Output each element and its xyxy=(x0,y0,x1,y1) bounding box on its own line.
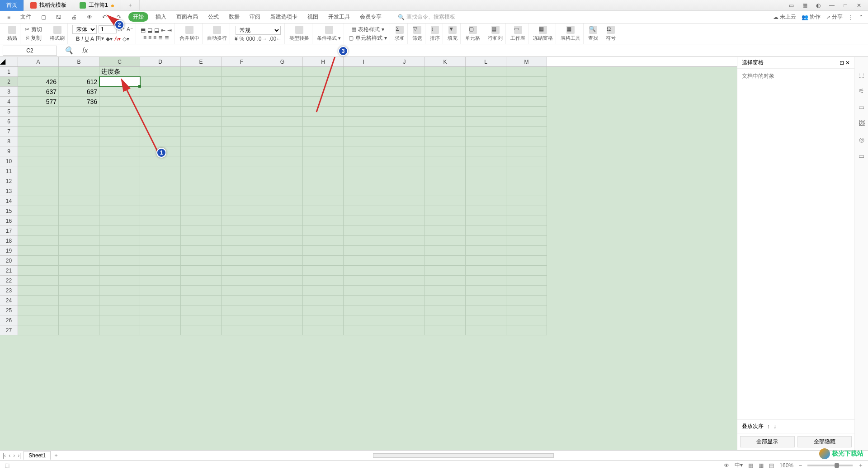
col-header-K[interactable]: K xyxy=(425,57,466,66)
row-header-6[interactable]: 6 xyxy=(0,117,18,127)
cell-J25[interactable] xyxy=(384,306,425,315)
cell-F25[interactable] xyxy=(222,306,262,315)
cell-L2[interactable] xyxy=(466,77,506,87)
cell-F21[interactable] xyxy=(222,266,262,276)
menu-insert[interactable]: 插入 xyxy=(153,13,169,21)
cell-H15[interactable] xyxy=(303,206,344,216)
cell-K9[interactable] xyxy=(425,146,466,156)
col-header-G[interactable]: G xyxy=(262,57,303,66)
cell-F9[interactable] xyxy=(222,146,262,156)
hide-all-button[interactable]: 全部隐藏 xyxy=(797,436,852,447)
cell-E24[interactable] xyxy=(181,296,222,306)
status-lang-icon[interactable]: 中▾ xyxy=(735,461,743,469)
cell-B25[interactable] xyxy=(59,306,99,315)
cell-M2[interactable] xyxy=(506,77,547,87)
table-style-icon[interactable]: ▦ xyxy=(351,26,356,33)
cell-F23[interactable] xyxy=(222,286,262,296)
cell-F20[interactable] xyxy=(222,256,262,266)
cell-F15[interactable] xyxy=(222,206,262,216)
qat-open-icon[interactable]: ▢ xyxy=(38,14,49,20)
cell-I25[interactable] xyxy=(344,306,384,315)
row-header-23[interactable]: 23 xyxy=(0,286,18,296)
cell-G7[interactable] xyxy=(262,127,303,136)
cell-G17[interactable] xyxy=(262,226,303,236)
cell-F17[interactable] xyxy=(222,226,262,236)
cell-L22[interactable] xyxy=(466,276,506,286)
row-header-17[interactable]: 17 xyxy=(0,226,18,236)
italic-button[interactable]: I xyxy=(81,36,83,42)
cell-J24[interactable] xyxy=(384,296,425,306)
sheet-nav-next[interactable]: › xyxy=(13,452,15,459)
hamburger-icon[interactable]: ≡ xyxy=(5,14,13,20)
col-header-J[interactable]: J xyxy=(384,57,425,66)
percent-icon[interactable]: % xyxy=(240,36,245,42)
qat-undo-icon[interactable]: ↶ xyxy=(99,14,109,20)
cell-H17[interactable] xyxy=(303,226,344,236)
cell-J27[interactable] xyxy=(384,325,425,335)
cell-C1[interactable]: 进度条 xyxy=(99,67,140,77)
row-header-24[interactable]: 24 xyxy=(0,296,18,306)
cell-D20[interactable] xyxy=(140,256,181,266)
cell-I1[interactable] xyxy=(344,67,384,77)
tab-add[interactable]: ＋ xyxy=(121,0,140,11)
menu-layout[interactable]: 页面布局 xyxy=(174,13,201,21)
cell-E3[interactable] xyxy=(181,87,222,97)
cell-K12[interactable] xyxy=(425,176,466,186)
sheet-add[interactable]: ＋ xyxy=(53,451,59,459)
cell-I12[interactable] xyxy=(344,176,384,186)
cell-E20[interactable] xyxy=(181,256,222,266)
cell-E11[interactable] xyxy=(181,166,222,176)
cell-D17[interactable] xyxy=(140,226,181,236)
align-left-icon[interactable]: ≡ xyxy=(143,34,146,41)
stack-down-icon[interactable]: ↓ xyxy=(774,423,776,430)
show-all-button[interactable]: 全部显示 xyxy=(740,436,795,447)
cell-F22[interactable] xyxy=(222,276,262,286)
cell-H4[interactable] xyxy=(303,97,344,107)
cell-H13[interactable] xyxy=(303,186,344,196)
cell-C19[interactable] xyxy=(99,246,140,256)
cell-G4[interactable] xyxy=(262,97,303,107)
cell-C18[interactable] xyxy=(99,236,140,246)
row-header-26[interactable]: 26 xyxy=(0,315,18,325)
cell-H1[interactable] xyxy=(303,67,344,77)
cell-E16[interactable] xyxy=(181,216,222,226)
cell-B18[interactable] xyxy=(59,236,99,246)
cell-D6[interactable] xyxy=(140,117,181,127)
cell-G12[interactable] xyxy=(262,176,303,186)
cell-K4[interactable] xyxy=(425,97,466,107)
filter-icon[interactable]: ▽ xyxy=(413,26,421,34)
cell-D13[interactable] xyxy=(140,186,181,196)
row-header-9[interactable]: 9 xyxy=(0,146,18,156)
font-name-select[interactable]: 宋体 xyxy=(72,25,97,34)
cell-L9[interactable] xyxy=(466,146,506,156)
cell-K10[interactable] xyxy=(425,156,466,166)
fx-label[interactable]: fx xyxy=(78,47,92,55)
cell-I11[interactable] xyxy=(344,166,384,176)
underline-button[interactable]: U xyxy=(85,36,89,42)
cell-F11[interactable] xyxy=(222,166,262,176)
currency-icon[interactable]: ¥ xyxy=(235,36,238,42)
cell-H21[interactable] xyxy=(303,266,344,276)
cell-J6[interactable] xyxy=(384,117,425,127)
col-header-H[interactable]: H xyxy=(303,57,344,66)
cell-B22[interactable] xyxy=(59,276,99,286)
align-top-icon[interactable]: ⬒ xyxy=(141,27,146,33)
cell-C12[interactable] xyxy=(99,176,140,186)
cell-F16[interactable] xyxy=(222,216,262,226)
cell-C4[interactable] xyxy=(99,97,140,107)
cloud-status[interactable]: ☁ 未上云 xyxy=(773,13,796,21)
cell-E9[interactable] xyxy=(181,146,222,156)
horizontal-scrollbar[interactable] xyxy=(373,453,554,458)
cell-J5[interactable] xyxy=(384,107,425,117)
cell-M19[interactable] xyxy=(506,246,547,256)
rail-location-icon[interactable]: ◎ xyxy=(858,136,866,144)
cell-H3[interactable] xyxy=(303,87,344,97)
cell-L19[interactable] xyxy=(466,246,506,256)
cell-K15[interactable] xyxy=(425,206,466,216)
cell-I20[interactable] xyxy=(344,256,384,266)
row-header-25[interactable]: 25 xyxy=(0,306,18,315)
cell-L23[interactable] xyxy=(466,286,506,296)
cell-L15[interactable] xyxy=(466,206,506,216)
col-header-D[interactable]: D xyxy=(140,57,181,66)
thousands-icon[interactable]: 000 xyxy=(246,36,255,42)
